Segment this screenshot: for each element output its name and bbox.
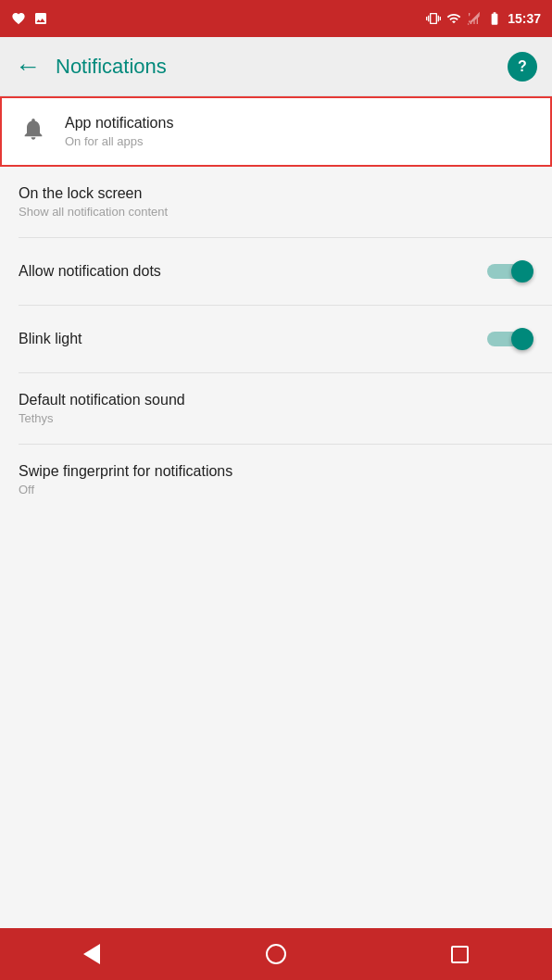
status-time: 15:37	[508, 11, 541, 26]
app-icon	[11, 11, 26, 26]
status-bar-right-icons: 15:37	[426, 11, 541, 26]
help-button[interactable]: ?	[508, 52, 537, 82]
status-bar-left-icons	[11, 11, 48, 26]
notification-sound-title: Default notification sound	[19, 392, 533, 408]
wifi-icon	[446, 11, 461, 26]
gallery-icon	[33, 11, 48, 26]
blink-light-title: Blink light	[19, 331, 487, 347]
nav-bar	[0, 928, 552, 980]
notification-dots-text: Allow notification dots	[19, 263, 487, 280]
app-notifications-item[interactable]: App notifications On for all apps	[0, 96, 552, 167]
notification-sound-subtitle: Tethys	[19, 411, 533, 425]
settings-content: App notifications On for all apps On the…	[0, 96, 552, 928]
bell-icon	[20, 116, 46, 148]
nav-back-icon	[83, 944, 100, 964]
swipe-fingerprint-item[interactable]: Swipe fingerprint for notifications Off	[0, 445, 552, 515]
swipe-fingerprint-title: Swipe fingerprint for notifications	[19, 463, 533, 480]
nav-home-icon	[266, 944, 286, 964]
notification-sound-text: Default notification sound Tethys	[19, 392, 533, 425]
toggle-thumb	[511, 260, 533, 283]
blink-light-toggle[interactable]	[487, 326, 533, 352]
lock-screen-subtitle: Show all notification content	[19, 205, 533, 219]
notification-sound-item[interactable]: Default notification sound Tethys	[0, 373, 552, 444]
blink-light-text: Blink light	[19, 331, 487, 347]
notification-dots-item[interactable]: Allow notification dots	[0, 238, 552, 305]
lock-screen-title: On the lock screen	[19, 185, 533, 202]
nav-recents-icon	[451, 946, 469, 963]
battery-icon	[487, 11, 502, 26]
app-bar: ← Notifications ?	[0, 37, 552, 96]
lock-screen-text: On the lock screen Show all notification…	[19, 185, 533, 219]
status-bar: 15:37	[0, 0, 552, 37]
swipe-fingerprint-text: Swipe fingerprint for notifications Off	[19, 463, 533, 496]
lock-screen-item[interactable]: On the lock screen Show all notification…	[0, 167, 552, 237]
nav-home-button[interactable]	[248, 936, 304, 973]
notification-dots-title: Allow notification dots	[19, 263, 487, 280]
back-button[interactable]: ←	[15, 54, 41, 80]
settings-section: On the lock screen Show all notification…	[0, 167, 552, 515]
signal-off-icon	[467, 11, 482, 26]
toggle-thumb-2	[511, 328, 533, 350]
page-title: Notifications	[56, 55, 508, 79]
blink-light-item[interactable]: Blink light	[0, 306, 552, 372]
app-notifications-subtitle: On for all apps	[65, 134, 173, 148]
nav-recents-button[interactable]	[433, 936, 488, 973]
nav-back-button[interactable]	[64, 936, 119, 973]
app-notifications-text: App notifications On for all apps	[65, 115, 173, 148]
swipe-fingerprint-subtitle: Off	[19, 483, 533, 496]
vibrate-icon	[426, 11, 441, 26]
notification-dots-toggle[interactable]	[487, 258, 533, 284]
app-notifications-title: App notifications	[65, 115, 173, 132]
